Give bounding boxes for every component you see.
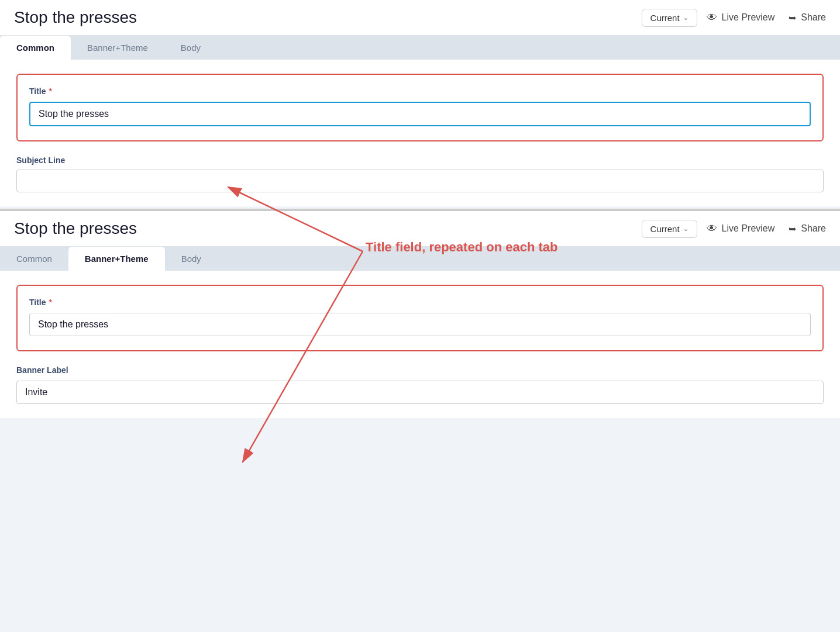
required-star-bottom: * xyxy=(49,298,52,307)
title-input-bottom[interactable] xyxy=(29,313,811,336)
tab-banner-theme-label-bottom: Banner+Theme xyxy=(85,254,149,264)
content-area-bottom: Title * Banner Label xyxy=(0,271,840,418)
page-title-bottom: Stop the presses xyxy=(14,219,632,238)
share-icon-bottom: ➥ xyxy=(789,223,796,234)
title-label-top: Title * xyxy=(29,87,811,96)
header-actions-bottom: 👁 Live Preview ➥ Share xyxy=(707,223,826,235)
title-input-top[interactable] xyxy=(29,102,811,126)
panel-bottom: Stop the presses Current ⌄ 👁 Live Previe… xyxy=(0,211,840,418)
eye-icon-bottom: 👁 xyxy=(707,223,717,235)
tab-body-bottom[interactable]: Body xyxy=(165,247,218,271)
tab-body-label-top: Body xyxy=(181,43,201,53)
version-label-top: Current xyxy=(650,13,680,23)
title-section-top: Title * xyxy=(16,74,824,141)
tab-common-label-top: Common xyxy=(16,43,54,53)
live-preview-button-bottom[interactable]: 👁 Live Preview xyxy=(707,223,775,235)
subject-input-top[interactable] xyxy=(16,170,824,192)
tab-common-bottom[interactable]: Common xyxy=(0,247,68,271)
panel-1: Stop the presses Current ⌄ 👁 Live Previe… xyxy=(0,0,840,209)
tab-body-label-bottom: Body xyxy=(181,254,201,264)
tab-banner-theme-top[interactable]: Banner+Theme xyxy=(71,36,164,60)
version-label-bottom: Current xyxy=(650,224,680,234)
share-button-bottom[interactable]: ➥ Share xyxy=(789,223,826,234)
live-preview-label-top: Live Preview xyxy=(722,12,775,23)
title-section-bottom: Title * xyxy=(16,285,824,351)
header-top: Stop the presses Current ⌄ 👁 Live Previe… xyxy=(0,0,840,36)
tabs-bar-top: Common Banner+Theme Body xyxy=(0,36,840,60)
header-bottom: Stop the presses Current ⌄ 👁 Live Previe… xyxy=(0,211,840,247)
title-label-bottom: Title * xyxy=(29,298,811,307)
banner-label-label: Banner Label xyxy=(16,365,824,375)
eye-icon: 👁 xyxy=(707,12,717,24)
tab-common-label-bottom: Common xyxy=(16,254,52,264)
subject-label-top: Subject Line xyxy=(16,156,824,165)
header-actions-top: 👁 Live Preview ➥ Share xyxy=(707,12,826,24)
live-preview-button-top[interactable]: 👁 Live Preview xyxy=(707,12,775,24)
share-label-top: Share xyxy=(801,12,826,23)
page-title-top: Stop the presses xyxy=(14,8,632,27)
share-icon-top: ➥ xyxy=(789,12,796,23)
version-dropdown-bottom[interactable]: Current ⌄ xyxy=(642,220,697,238)
content-area-top: Title * Subject Line xyxy=(0,60,840,206)
panel-2: Stop the presses Current ⌄ 👁 Live Previe… xyxy=(0,209,840,420)
tab-common-top[interactable]: Common xyxy=(0,36,71,60)
tab-banner-theme-bottom[interactable]: Banner+Theme xyxy=(68,247,165,271)
subject-section-top: Subject Line xyxy=(16,156,824,192)
share-label-bottom: Share xyxy=(801,223,826,234)
banner-label-input[interactable] xyxy=(16,381,824,404)
tabs-bar-bottom: Common Banner+Theme Body xyxy=(0,247,840,271)
version-dropdown-top[interactable]: Current ⌄ xyxy=(642,9,697,27)
tab-body-top[interactable]: Body xyxy=(164,36,217,60)
tab-banner-theme-label-top: Banner+Theme xyxy=(87,43,148,53)
live-preview-label-bottom: Live Preview xyxy=(722,223,775,234)
panel-top: Stop the presses Current ⌄ 👁 Live Previe… xyxy=(0,0,840,206)
chevron-down-icon-bottom: ⌄ xyxy=(683,225,688,233)
chevron-down-icon: ⌄ xyxy=(683,14,688,22)
required-star-top: * xyxy=(49,87,52,96)
banner-label-section: Banner Label xyxy=(16,365,824,404)
share-button-top[interactable]: ➥ Share xyxy=(789,12,826,23)
